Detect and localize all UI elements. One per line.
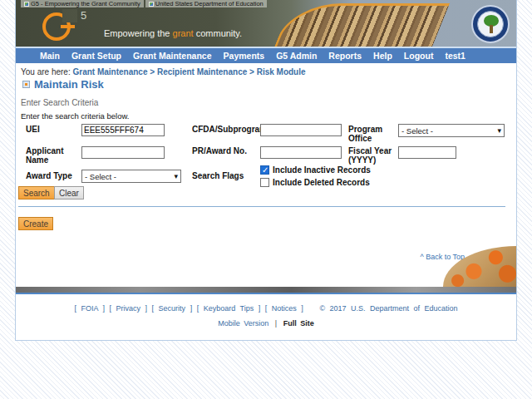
masthead-photo	[267, 0, 516, 48]
program-office-selected-value: - Select -	[401, 126, 433, 135]
nav-item-grant-setup[interactable]: Grant Setup	[66, 51, 127, 61]
applicant-name-input[interactable]	[81, 146, 165, 159]
pr-award-no-label: PR/Award No.	[192, 146, 267, 155]
bookshelf-image	[272, 3, 450, 48]
include-inactive-records-row: Include Inactive Records	[260, 165, 371, 175]
breadcrumb: You are here: Grant Maintenance > Recipi…	[21, 67, 306, 76]
seal-trunk	[490, 25, 493, 33]
breadcrumb-separator: >	[249, 67, 254, 76]
back-to-top-label: Back to Top	[426, 253, 465, 261]
footer-link-keyboard-tips[interactable]: Keyboard Tips	[204, 304, 254, 313]
maintain-risk-icon	[22, 81, 30, 88]
bracket: [	[109, 304, 111, 313]
section-divider	[18, 206, 505, 207]
g5-logo: 5	[42, 9, 101, 44]
bracket: ]	[190, 304, 193, 313]
g5-logo-five: 5	[81, 9, 86, 22]
instructions-text: Enter the search criteria below.	[21, 111, 129, 121]
nav-item-main[interactable]: Main	[34, 51, 66, 61]
bracket: ]	[145, 304, 148, 313]
pipe-separator: |	[275, 319, 277, 328]
page-icon	[149, 2, 154, 7]
full-site-label: Full Site	[283, 319, 314, 328]
include-deleted-records-checkbox[interactable]	[260, 178, 269, 187]
bracket: ]	[301, 304, 303, 313]
footer-photo-band	[16, 287, 516, 293]
browser-tab-strip: G5 - Empowering the Grant Community Unit…	[21, 0, 267, 7]
fiscal-year-input[interactable]	[398, 146, 456, 159]
fiscal-year-label: Fiscal Year (YYYY)	[348, 146, 397, 165]
masthead-banner: G5 - Empowering the Grant Community Unit…	[16, 0, 516, 48]
content-box: G5 - Empowering the Grant Community Unit…	[15, 0, 517, 341]
uei-input[interactable]	[81, 124, 165, 136]
footer-link-privacy[interactable]: Privacy	[116, 304, 141, 313]
breadcrumb-link-recipient-maintenance[interactable]: Recipient Maintenance	[157, 67, 247, 76]
search-button[interactable]: Search	[18, 186, 55, 200]
footer-site-mode-row: Mobile Version | Full Site	[16, 319, 516, 328]
caret-up-icon: ^	[420, 253, 423, 261]
page-title: Maintain Risk	[34, 78, 104, 91]
back-to-top-link[interactable]: ^ Back to Top	[420, 253, 465, 261]
applicant-name-label: Applicant Name	[26, 146, 71, 165]
bracket: [	[197, 304, 200, 313]
g-logo-gap	[62, 9, 77, 22]
mobile-version-link[interactable]: Mobile Version	[218, 319, 268, 328]
breadcrumb-separator: >	[150, 67, 155, 76]
tagline: Empowering the grant community.	[104, 28, 242, 38]
footer-blue-rule	[16, 293, 516, 294]
copyright-text: © 2017 U.S. Department of Education	[319, 304, 457, 313]
create-button[interactable]: Create	[18, 217, 53, 230]
award-type-label: Award Type	[26, 171, 84, 180]
search-flags-label: Search Flags	[192, 171, 259, 180]
footer-link-notices[interactable]: Notices	[272, 304, 297, 313]
bracket: [	[265, 304, 268, 313]
clear-button[interactable]: Clear	[54, 186, 84, 200]
include-deleted-records-label: Include Deleted Records	[273, 178, 370, 188]
include-inactive-records-label: Include Inactive Records	[273, 165, 371, 175]
program-office-label: Program Office	[348, 125, 392, 143]
pr-award-no-input[interactable]	[260, 146, 342, 159]
tagline-pre: Empowering the	[104, 28, 173, 38]
tagline-post: community.	[194, 28, 242, 38]
nav-item-logout[interactable]: Logout	[398, 51, 440, 61]
include-deleted-records-row: Include Deleted Records	[260, 178, 370, 188]
bracket: [	[74, 304, 76, 313]
breadcrumb-link-risk-module[interactable]: Risk Module	[257, 67, 306, 76]
section-heading: Enter Search Criteria	[21, 98, 98, 107]
nav-item-reports[interactable]: Reports	[323, 51, 367, 61]
nav-item-g5-admin[interactable]: G5 Admin	[270, 51, 323, 61]
chevron-down-icon: ▾	[174, 173, 178, 180]
browser-tab-label: United States Department of Education	[155, 0, 264, 7]
breadcrumb-prefix: You are here:	[21, 67, 71, 76]
uei-label: UEI	[26, 125, 76, 134]
award-type-select[interactable]: - Select - ▾	[81, 170, 181, 183]
g-logo-bar	[61, 25, 75, 28]
footer-link-security[interactable]: Security	[159, 304, 186, 313]
nav-item-payments[interactable]: Payments	[218, 51, 271, 61]
bracket: [	[152, 304, 155, 313]
breadcrumb-link-grant-maintenance[interactable]: Grant Maintenance	[72, 67, 147, 76]
nav-item-help[interactable]: Help	[367, 51, 398, 61]
page-icon	[24, 2, 29, 7]
cfda-subprogram-label: CFDA/Subprogram	[192, 125, 271, 134]
bracket: ]	[259, 304, 261, 313]
chevron-down-icon: ▾	[497, 127, 501, 135]
bracket: ]	[102, 304, 105, 313]
department-of-education-seal-icon	[471, 5, 510, 43]
browser-tab-ed[interactable]: United States Department of Education	[145, 0, 267, 7]
nav-item-username[interactable]: test1	[439, 51, 471, 61]
program-office-select[interactable]: - Select - ▾	[398, 124, 505, 137]
browser-tab-g5[interactable]: G5 - Empowering the Grant Community	[21, 0, 144, 7]
cfda-subprogram-input[interactable]	[260, 124, 342, 136]
browser-tab-label: G5 - Empowering the Grant Community	[31, 0, 140, 7]
footer-link-foia[interactable]: FOIA	[81, 304, 98, 313]
tagline-accent: grant	[173, 28, 194, 38]
main-navbar: Main Grant Setup Grant Maintenance Payme…	[16, 48, 516, 63]
seal-inner	[477, 11, 504, 37]
footer-links-row: [ FOIA ] [ Privacy ] [ Security ] [ Keyb…	[16, 304, 516, 313]
page-title-row: Maintain Risk	[22, 78, 104, 91]
award-type-selected-value: - Select -	[85, 172, 116, 181]
nav-item-grant-maintenance[interactable]: Grant Maintenance	[127, 51, 218, 61]
include-inactive-records-checkbox[interactable]	[260, 165, 269, 175]
